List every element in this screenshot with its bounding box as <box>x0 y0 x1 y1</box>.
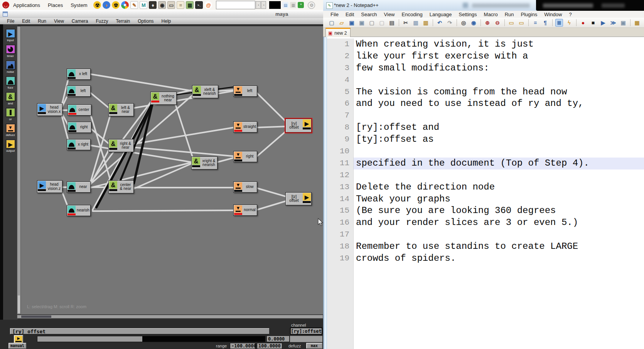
notepad-menu-run[interactable]: Run <box>501 12 518 17</box>
palette-output[interactable]: ▶output <box>6 139 15 153</box>
word-wrap-icon[interactable]: ≡ <box>531 19 539 27</box>
node-defuzz-right[interactable]: ▼right <box>233 151 257 162</box>
line-text[interactable]: [ry]:offset and <box>354 122 644 134</box>
tab-new-2[interactable]: ▣ new 2 <box>325 28 351 37</box>
sync-h-icon[interactable]: ▭ <box>518 19 525 27</box>
node-tz-offset[interactable]: ▶[tz]offset <box>285 192 312 205</box>
palette-input[interactable]: ▶input <box>6 29 15 42</box>
value-slider[interactable] <box>37 336 265 342</box>
maya-menu-edit[interactable]: Edit <box>22 18 30 24</box>
doc-icon[interactable]: ▤ <box>282 2 288 8</box>
run-multi-icon[interactable]: ≫ <box>609 19 617 27</box>
record-macro-icon[interactable]: ● <box>579 19 587 27</box>
node-x-right[interactable]: x right <box>67 139 91 150</box>
maya-menu-options[interactable]: Options <box>138 18 153 24</box>
function-list-icon[interactable]: ϟ <box>565 19 573 27</box>
firefox-icon[interactable]: ◗ <box>103 1 110 9</box>
ink-icon[interactable]: ♦ <box>149 1 157 9</box>
redo-icon[interactable]: ↷ <box>446 19 453 27</box>
close-icon[interactable]: ▢ <box>368 19 376 27</box>
line-text[interactable]: specified in the document (Top of Step 4… <box>354 158 644 169</box>
camera-icon[interactable]: ◉ <box>158 1 166 9</box>
notepad-menu-plugins[interactable]: Plugins <box>518 12 541 17</box>
line-text[interactable] <box>354 146 644 158</box>
close-all-icon[interactable]: ▢ <box>378 19 386 27</box>
find-icon[interactable]: ◎ <box>460 19 467 27</box>
sync-v-icon[interactable]: ▭ <box>507 19 515 27</box>
spiral-icon[interactable]: @ <box>204 1 212 9</box>
line-numbers-icon[interactable]: ≣ <box>555 19 563 27</box>
node-defuzz-normal[interactable]: ▼normal <box>233 205 257 216</box>
new-file-icon[interactable]: ▢ <box>328 19 335 27</box>
monitor-icon[interactable]: ▦ <box>633 19 641 27</box>
line-text[interactable] <box>354 110 644 122</box>
notepad-menu-file[interactable]: File <box>327 12 342 17</box>
line-text[interactable] <box>354 74 644 86</box>
nuclear2-icon[interactable]: ☢ <box>112 1 120 9</box>
range-max-field[interactable]: 100.0000 <box>257 343 282 349</box>
maya-menu-camera[interactable]: Camera <box>72 18 88 24</box>
maya-menu-view[interactable]: View <box>54 18 64 24</box>
line-text[interactable]: few small modifications: <box>354 62 644 74</box>
node-center-and-near[interactable]: &center& near <box>108 180 134 193</box>
horizontal-scrollbar[interactable] <box>17 315 323 319</box>
node-canvas[interactable]: ▶headvision.x▶headvision.zx leftleftcent… <box>21 26 323 314</box>
node-head-vision-z[interactable]: ▶headvision.z <box>37 180 62 193</box>
node-right-and-near[interactable]: &right &near <box>108 139 134 152</box>
terminal-icon[interactable]: >_ <box>195 1 203 9</box>
notepad-menu-encoding[interactable]: Encoding <box>398 12 426 17</box>
line-text[interactable]: (Be sure you are looking 360 degrees <box>354 205 644 217</box>
node-ry-offset[interactable]: ▶[ry]offset <box>285 119 312 133</box>
manual-button[interactable]: manual <box>8 343 26 349</box>
editor-filler[interactable] <box>327 265 644 349</box>
cut-icon[interactable]: ✂ <box>402 19 410 27</box>
maya-menu-run[interactable]: Run <box>38 18 46 24</box>
notepad-titlebar[interactable]: ✎ *new 2 - Notepad++ <box>323 0 644 11</box>
vertical-scrollbar[interactable] <box>17 26 21 314</box>
node-left[interactable]: left <box>67 86 91 97</box>
line-text[interactable]: and your render slices are 3 or even 5.) <box>354 217 644 229</box>
node-defuzz-left[interactable]: ▼left <box>233 86 257 97</box>
notes-icon[interactable]: ≡ <box>177 1 184 9</box>
channel-value[interactable]: [ry]:offset <box>290 327 322 335</box>
line-text[interactable] <box>354 229 644 241</box>
node-left-and-near[interactable]: &left &near <box>108 103 134 116</box>
notepad-menu-search[interactable]: Search <box>357 12 380 17</box>
window-icon[interactable] <box>3 12 8 17</box>
notepad-menu-language[interactable]: Language <box>426 12 455 17</box>
node-nothing-near[interactable]: &nothingnear <box>150 92 177 105</box>
replace-icon[interactable]: ◉ <box>470 19 477 27</box>
print-icon[interactable]: ▤ <box>388 19 396 27</box>
gnome-menu-system[interactable]: System <box>67 0 91 10</box>
line-text[interactable]: Remember to use standins to create LARGE <box>354 241 644 253</box>
line-text[interactable]: The vision is coming from the head now <box>354 86 644 98</box>
power-icon[interactable]: ⊙ <box>308 2 315 9</box>
palette-or[interactable]: or <box>6 108 15 121</box>
notepad-menu-settings[interactable]: Settings <box>455 12 480 17</box>
defuzz-mode-button[interactable]: max <box>306 343 322 349</box>
undo-icon[interactable]: ↶ <box>436 19 443 27</box>
palette-and[interactable]: &and <box>6 92 15 105</box>
maya-icon[interactable]: M <box>140 1 147 9</box>
text-editor[interactable]: 1When creating vision, it is just2like y… <box>327 37 644 349</box>
maya-menu-file[interactable]: File <box>7 18 14 24</box>
line-text[interactable]: Delete the direction node <box>354 181 644 193</box>
show-symbols-icon[interactable]: ¶ <box>541 19 549 27</box>
zoom-out-icon[interactable]: ⊖ <box>494 19 501 27</box>
notepad-menu-?[interactable]: ? <box>565 12 575 17</box>
save-macro-icon[interactable]: ▣ <box>619 19 627 27</box>
node-defuzz-slow[interactable]: ▼slow <box>233 181 257 193</box>
node-xleft-and-nearish[interactable]: &xleft &nearish <box>192 85 218 98</box>
line-text[interactable]: Tweak your graphs <box>354 193 644 205</box>
line-text[interactable]: [ty]:offset as <box>354 134 644 146</box>
open-icon[interactable]: ▱ <box>338 19 346 27</box>
notepad-menu-macro[interactable]: Macro <box>480 12 501 17</box>
node-defuzz-straight[interactable]: ▼straight <box>233 121 257 133</box>
palette-fuzz[interactable]: fuzz <box>6 76 15 89</box>
palette-noise[interactable]: noise <box>6 60 15 74</box>
stop-macro-icon[interactable]: ■ <box>589 19 597 27</box>
play-macro-icon[interactable]: ▶ <box>599 19 607 27</box>
line-text[interactable]: crowds of spiders. <box>354 253 644 265</box>
node-head-vision-x[interactable]: ▶headvision.x <box>37 103 62 116</box>
browser-icon[interactable] <box>121 1 129 9</box>
